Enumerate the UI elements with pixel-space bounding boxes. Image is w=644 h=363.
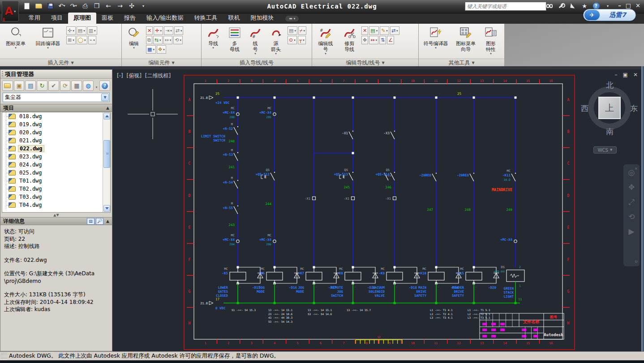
close-icon[interactable]: ✕ (635, 2, 640, 9)
wcs-dropdown[interactable]: WCS▼ (593, 146, 617, 154)
details-list-icon[interactable]: ▤ (87, 218, 94, 225)
search-icon[interactable] (545, 2, 554, 10)
panel-footer-2[interactable]: 插入导线/线号 (202, 59, 312, 66)
attributes-button[interactable]: ▦▾ (146, 45, 156, 54)
viewcube-top-face[interactable]: 上 (598, 97, 621, 119)
tab-5[interactable]: 输入/输出数据 (141, 13, 189, 24)
file-row[interactable]: T02.dwg (2, 185, 110, 193)
details-collapse-icon[interactable]: ▲ (106, 219, 109, 223)
trim-wire-button[interactable]: 修剪 导线 (339, 26, 360, 53)
palette-title[interactable]: 项目管理器 (0, 70, 112, 79)
file-row[interactable]: T04.dwg (2, 201, 110, 209)
open-icon[interactable] (34, 1, 43, 10)
viewcube[interactable]: 北 南 西 东 上 (584, 82, 635, 136)
panel-footer-4[interactable]: 其他工具▼ (419, 59, 504, 66)
edit-wire-number-button[interactable]: # 编辑线 号 ▾ (314, 26, 337, 56)
plot-project-icon[interactable]: ▦ (71, 81, 82, 91)
steering-wheel-icon[interactable]: ◎ (628, 169, 635, 176)
icon-menu-wizard-button[interactable]: 图标菜单 向导 (453, 26, 479, 53)
icon-menu-button[interactable]: 图标菜单 ▾ (2, 26, 30, 51)
scroll-down-icon[interactable] (103, 205, 110, 212)
viewport-style-control[interactable]: [二维线框] (145, 73, 171, 79)
wire-dot-button[interactable]: ⌁▾ (88, 36, 96, 44)
delete-component-button[interactable]: ✕ (146, 26, 153, 35)
showmotion-icon[interactable]: ▶ (628, 228, 634, 235)
tab-1[interactable]: 项目 (46, 13, 68, 24)
symbol-builder-button[interactable]: 符号编译器 ▾ (421, 26, 451, 51)
cloud-dropdown-icon[interactable]: ▬ ▾ (285, 16, 299, 21)
ladder-insert-button[interactable]: ▤▾ (288, 26, 297, 35)
doc-close-icon[interactable]: ✕ (633, 72, 638, 78)
tee-marker-button[interactable]: ┬▾ (298, 36, 306, 44)
scroll-thumb[interactable] (103, 140, 110, 168)
plot-icon[interactable]: ⎙ (81, 1, 90, 10)
refresh-icon[interactable]: ↻ (37, 81, 47, 91)
fan-symbol-button[interactable]: ✣▾ (66, 26, 76, 35)
file-list-scrollbar[interactable] (103, 112, 110, 212)
wire-gap-button[interactable]: ⌿▾ (298, 26, 306, 35)
panel-footer-0[interactable]: 插入元件▼ (0, 59, 121, 66)
viewport-view-control[interactable]: [俯视] (127, 73, 142, 79)
terminal-strip-button[interactable]: ▤▾ (77, 26, 86, 35)
viewcube-east[interactable]: 东 (630, 103, 638, 114)
navbar-close-icon[interactable]: ✕ (634, 165, 638, 173)
toolbar-overflow-icon[interactable]: ▾ (94, 81, 99, 90)
satellite-icon[interactable] (569, 2, 577, 10)
drawing-list-icon[interactable]: ▤ (25, 81, 36, 91)
scoot-button[interactable]: ✛▾ (154, 26, 163, 35)
wire-button[interactable]: 导线 ▾ (203, 26, 223, 51)
wire-number-button[interactable]: # 线 号 ▾ (246, 26, 264, 56)
flip-wire-number-button[interactable]: ⇅ (379, 36, 386, 44)
palette-splitter[interactable]: ▲▼ (0, 213, 112, 217)
open-project-icon[interactable] (2, 81, 13, 91)
file-row[interactable]: 018.dwg (2, 112, 110, 120)
file-row[interactable]: 023.dwg (2, 153, 110, 161)
file-row[interactable]: T01.dwg (2, 177, 110, 185)
doc-minimize-icon[interactable]: – (615, 72, 618, 78)
drawing-properties-button[interactable]: 图形 特性 ▾ (481, 26, 501, 56)
search-input[interactable] (465, 2, 546, 11)
multi-insert-button[interactable]: ⊞▾ (66, 36, 76, 44)
panel-footer-1[interactable]: 编辑元件▼ (122, 59, 201, 66)
move-wire-number-button[interactable]: ✥ (361, 36, 368, 44)
projects-section-header[interactable]: 项目 ▲ (0, 104, 112, 112)
doc-restore-icon[interactable]: ▣ (623, 72, 628, 78)
din-rail-button[interactable]: ▥▾ (87, 26, 97, 35)
details-section-header[interactable]: 详细信息 ▤ 🔎 ▲ (0, 217, 112, 225)
redo-icon[interactable]: ↷▾ (69, 1, 78, 10)
xunlei-button[interactable]: ✈ 迅雷7 (583, 9, 636, 21)
file-row[interactable]: T03.dwg (2, 193, 110, 201)
tab-6[interactable]: 转换工具 (189, 13, 223, 24)
publish-web-icon[interactable]: ◍ (83, 81, 94, 91)
pan-hand-icon[interactable]: ✥ (628, 184, 635, 191)
viewcube-west[interactable]: 西 (581, 103, 588, 114)
collapse-icon[interactable]: ▲ (106, 106, 109, 110)
new-project-icon[interactable]: ▣ (14, 81, 25, 91)
panel-footer-3[interactable]: 编辑导线/线号▼ (312, 59, 418, 66)
tab-3[interactable]: 面板 (96, 13, 119, 24)
maximize-icon[interactable]: □ (626, 2, 631, 9)
reverse-button[interactable]: ↔▾ (163, 36, 173, 44)
tab-0[interactable]: 常用 (23, 13, 46, 24)
viewcube-north[interactable]: 北 (606, 80, 614, 90)
file-row[interactable]: 021.dwg (2, 137, 110, 145)
wrench-icon[interactable] (557, 2, 565, 10)
sheet-icon[interactable]: ❐ (92, 1, 101, 10)
swap-update-button[interactable]: ⇆▾ (153, 36, 163, 44)
stretch-wire-button[interactable]: ↔▾ (369, 36, 378, 44)
file-row[interactable]: 020.dwg (2, 128, 110, 137)
check-project-icon[interactable]: ✔ (48, 81, 59, 91)
viewport-minus-control[interactable]: [-] (117, 73, 123, 79)
navbar-collapse-icon[interactable]: ⊖ (634, 258, 638, 265)
star-icon[interactable]: ★ (580, 2, 588, 10)
help-icon[interactable]: ? (99, 81, 110, 91)
move-component-button[interactable]: ✥▾ (157, 45, 166, 54)
rotate-button[interactable]: ⟲▾ (173, 36, 183, 44)
project-combo[interactable]: 集尘器 ▼ (3, 93, 110, 102)
combo-dropdown-icon[interactable]: ▼ (101, 94, 109, 101)
undo-icon[interactable]: ↶▾ (57, 1, 66, 10)
source-arrow-button[interactable]: 源 箭头 ▾ (266, 26, 286, 56)
tab-8[interactable]: 附加模块 (245, 13, 279, 24)
tab-7[interactable]: 联机 (223, 13, 245, 24)
circuit-builder-button[interactable]: 回路编译器 ▾ (31, 26, 64, 51)
